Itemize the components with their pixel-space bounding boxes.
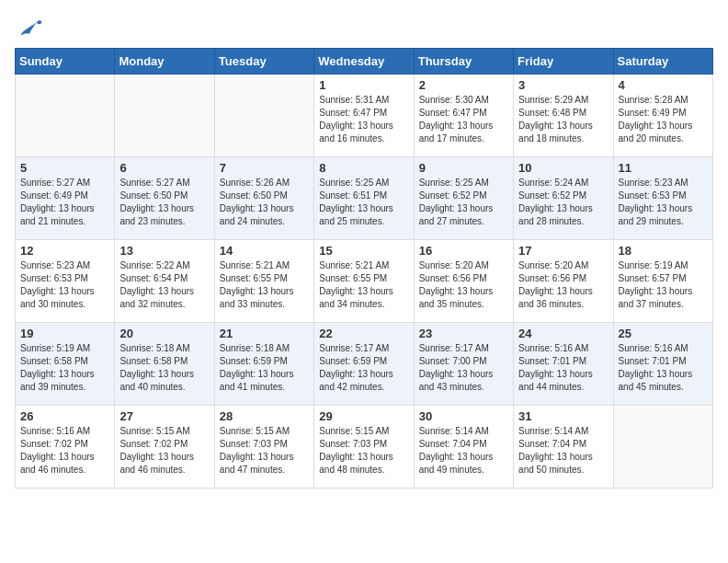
day-number: 21 [220,327,309,340]
day-info: Sunrise: 5:17 AM Sunset: 6:59 PM Dayligh… [319,342,408,394]
calendar-cell: 27Sunrise: 5:15 AM Sunset: 7:02 PM Dayli… [115,406,214,488]
day-number: 31 [518,409,608,423]
day-number: 8 [319,161,408,175]
calendar-week-row: 5Sunrise: 5:27 AM Sunset: 6:49 PM Daylig… [16,157,713,240]
weekday-header: Monday [115,49,214,75]
calendar-cell [115,75,214,157]
day-info: Sunrise: 5:25 AM Sunset: 6:52 PM Dayligh… [419,177,508,228]
day-number: 17 [518,244,608,258]
day-number: 3 [518,78,608,92]
calendar-cell: 2Sunrise: 5:30 AM Sunset: 6:47 PM Daylig… [414,75,513,157]
day-info: Sunrise: 5:18 AM Sunset: 6:58 PM Dayligh… [119,342,209,394]
day-info: Sunrise: 5:16 AM Sunset: 7:01 PM Dayligh… [518,342,608,394]
day-info: Sunrise: 5:26 AM Sunset: 6:50 PM Dayligh… [220,177,309,228]
day-number: 6 [119,161,209,175]
day-number: 2 [419,78,508,92]
calendar-cell: 5Sunrise: 5:27 AM Sunset: 6:49 PM Daylig… [16,157,115,240]
calendar-cell: 7Sunrise: 5:26 AM Sunset: 6:50 PM Daylig… [214,157,313,240]
day-number: 24 [518,327,608,340]
logo-icon [15,15,44,40]
weekday-header: Tuesday [214,49,313,75]
day-info: Sunrise: 5:27 AM Sunset: 6:50 PM Dayligh… [119,177,209,228]
day-number: 4 [619,78,708,92]
day-info: Sunrise: 5:16 AM Sunset: 7:02 PM Dayligh… [20,425,109,477]
calendar-cell: 21Sunrise: 5:18 AM Sunset: 6:59 PM Dayli… [214,323,313,406]
calendar-cell: 4Sunrise: 5:28 AM Sunset: 6:49 PM Daylig… [613,75,712,157]
calendar-week-row: 26Sunrise: 5:16 AM Sunset: 7:02 PM Dayli… [16,406,713,488]
calendar-cell: 22Sunrise: 5:17 AM Sunset: 6:59 PM Dayli… [314,323,414,406]
calendar-cell: 13Sunrise: 5:22 AM Sunset: 6:54 PM Dayli… [115,240,214,323]
header [15,15,713,40]
day-info: Sunrise: 5:15 AM Sunset: 7:02 PM Dayligh… [119,425,209,477]
calendar-cell: 17Sunrise: 5:20 AM Sunset: 6:56 PM Dayli… [514,240,613,323]
day-number: 15 [319,244,408,258]
day-number: 1 [319,78,408,92]
calendar-cell: 31Sunrise: 5:14 AM Sunset: 7:04 PM Dayli… [514,406,613,488]
weekday-header-row: SundayMondayTuesdayWednesdayThursdayFrid… [16,49,713,75]
day-number: 26 [20,409,109,423]
day-number: 25 [619,327,708,340]
weekday-header: Friday [514,49,613,75]
calendar-cell: 9Sunrise: 5:25 AM Sunset: 6:52 PM Daylig… [414,157,513,240]
day-number: 10 [518,161,608,175]
calendar-week-row: 1Sunrise: 5:31 AM Sunset: 6:47 PM Daylig… [16,75,713,157]
day-number: 29 [319,409,408,423]
calendar-cell [16,75,115,157]
day-number: 28 [220,409,309,423]
day-number: 18 [619,244,708,258]
day-number: 9 [419,161,508,175]
day-number: 22 [319,327,408,340]
day-info: Sunrise: 5:21 AM Sunset: 6:55 PM Dayligh… [220,259,309,311]
day-info: Sunrise: 5:28 AM Sunset: 6:49 PM Dayligh… [619,94,708,145]
day-info: Sunrise: 5:23 AM Sunset: 6:53 PM Dayligh… [20,259,109,311]
calendar-cell: 25Sunrise: 5:16 AM Sunset: 7:01 PM Dayli… [613,323,712,406]
day-info: Sunrise: 5:19 AM Sunset: 6:57 PM Dayligh… [619,259,708,311]
calendar-cell: 8Sunrise: 5:25 AM Sunset: 6:51 PM Daylig… [314,157,414,240]
day-number: 16 [419,244,508,258]
day-info: Sunrise: 5:14 AM Sunset: 7:04 PM Dayligh… [518,425,608,477]
day-info: Sunrise: 5:20 AM Sunset: 6:56 PM Dayligh… [518,259,608,311]
day-info: Sunrise: 5:24 AM Sunset: 6:52 PM Dayligh… [518,177,608,228]
calendar-cell [214,75,313,157]
day-number: 23 [419,327,508,340]
calendar-cell: 30Sunrise: 5:14 AM Sunset: 7:04 PM Dayli… [414,406,513,488]
day-info: Sunrise: 5:17 AM Sunset: 7:00 PM Dayligh… [419,342,508,394]
day-number: 12 [20,244,109,258]
weekday-header: Sunday [16,49,115,75]
calendar-cell: 18Sunrise: 5:19 AM Sunset: 6:57 PM Dayli… [613,240,712,323]
day-number: 30 [419,409,508,423]
calendar-cell: 20Sunrise: 5:18 AM Sunset: 6:58 PM Dayli… [115,323,214,406]
day-info: Sunrise: 5:29 AM Sunset: 6:48 PM Dayligh… [518,94,608,145]
calendar-week-row: 12Sunrise: 5:23 AM Sunset: 6:53 PM Dayli… [16,240,713,323]
day-number: 27 [119,409,209,423]
weekday-header: Saturday [613,49,712,75]
day-info: Sunrise: 5:21 AM Sunset: 6:55 PM Dayligh… [319,259,408,311]
calendar-cell: 29Sunrise: 5:15 AM Sunset: 7:03 PM Dayli… [314,406,414,488]
calendar-cell: 3Sunrise: 5:29 AM Sunset: 6:48 PM Daylig… [514,75,613,157]
day-number: 11 [619,161,708,175]
day-info: Sunrise: 5:20 AM Sunset: 6:56 PM Dayligh… [419,259,508,311]
weekday-header: Wednesday [314,49,414,75]
calendar-cell: 11Sunrise: 5:23 AM Sunset: 6:53 PM Dayli… [613,157,712,240]
day-info: Sunrise: 5:14 AM Sunset: 7:04 PM Dayligh… [419,425,508,477]
logo [15,15,48,40]
calendar-cell: 14Sunrise: 5:21 AM Sunset: 6:55 PM Dayli… [214,240,313,323]
day-info: Sunrise: 5:22 AM Sunset: 6:54 PM Dayligh… [119,259,209,311]
day-info: Sunrise: 5:30 AM Sunset: 6:47 PM Dayligh… [419,94,508,145]
calendar-week-row: 19Sunrise: 5:19 AM Sunset: 6:58 PM Dayli… [16,323,713,406]
calendar-cell: 10Sunrise: 5:24 AM Sunset: 6:52 PM Dayli… [514,157,613,240]
calendar-cell: 26Sunrise: 5:16 AM Sunset: 7:02 PM Dayli… [16,406,115,488]
calendar-cell: 12Sunrise: 5:23 AM Sunset: 6:53 PM Dayli… [16,240,115,323]
calendar-cell: 23Sunrise: 5:17 AM Sunset: 7:00 PM Dayli… [414,323,513,406]
weekday-header: Thursday [414,49,513,75]
calendar-cell [613,406,712,488]
calendar-cell: 1Sunrise: 5:31 AM Sunset: 6:47 PM Daylig… [314,75,414,157]
day-number: 5 [20,161,109,175]
day-info: Sunrise: 5:19 AM Sunset: 6:58 PM Dayligh… [20,342,109,394]
day-info: Sunrise: 5:18 AM Sunset: 6:59 PM Dayligh… [220,342,309,394]
calendar-cell: 28Sunrise: 5:15 AM Sunset: 7:03 PM Dayli… [214,406,313,488]
day-info: Sunrise: 5:27 AM Sunset: 6:49 PM Dayligh… [20,177,109,228]
calendar-cell: 19Sunrise: 5:19 AM Sunset: 6:58 PM Dayli… [16,323,115,406]
day-number: 14 [220,244,309,258]
calendar-cell: 15Sunrise: 5:21 AM Sunset: 6:55 PM Dayli… [314,240,414,323]
